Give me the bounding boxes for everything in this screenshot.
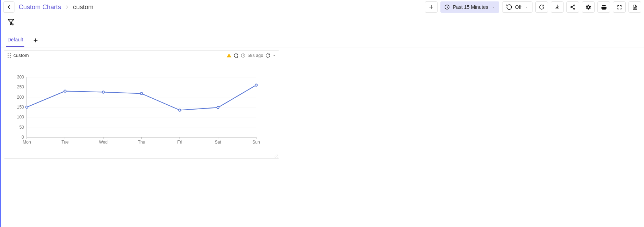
drag-handle-icon[interactable]: [7, 53, 11, 58]
add-filter-button[interactable]: [6, 17, 16, 27]
svg-text:Sun: Sun: [252, 140, 260, 145]
chevron-right-icon: [65, 5, 70, 10]
svg-line-7: [572, 6, 573, 7]
breadcrumb-current: custom: [73, 4, 94, 11]
breadcrumb-root[interactable]: Custom Charts: [19, 4, 61, 11]
plus-icon: [428, 4, 434, 10]
refresh-icon: [539, 4, 544, 10]
svg-rect-23: [229, 56, 229, 57]
svg-text:Fri: Fri: [177, 140, 182, 145]
svg-text:100: 100: [17, 115, 24, 120]
refresh-small-icon[interactable]: [265, 53, 270, 58]
add-tab-button[interactable]: [32, 37, 39, 44]
fullscreen-icon: [617, 5, 622, 10]
clock-small-icon: [241, 53, 246, 58]
caret-down-icon[interactable]: [272, 54, 276, 57]
svg-point-17: [10, 53, 11, 54]
top-toolbar: Custom Charts custom Past 15 Minutes Off: [1, 0, 644, 15]
svg-point-21: [10, 57, 11, 58]
breadcrumb: Custom Charts custom: [19, 4, 94, 11]
add-button[interactable]: [425, 1, 438, 13]
svg-text:Wed: Wed: [99, 140, 107, 145]
svg-point-62: [217, 106, 219, 109]
svg-point-19: [10, 55, 11, 56]
svg-point-18: [8, 55, 9, 56]
svg-text:50: 50: [19, 125, 24, 130]
svg-text:150: 150: [17, 105, 24, 110]
time-range-label: Past 15 Minutes: [453, 4, 488, 10]
caret-down-icon: [524, 5, 529, 9]
fullscreen-button[interactable]: [613, 1, 626, 13]
plus-icon: [33, 37, 38, 43]
refresh-auto-icon: [506, 4, 512, 10]
share-icon: [570, 4, 576, 10]
svg-point-60: [140, 92, 143, 94]
time-range-picker[interactable]: Past 15 Minutes: [440, 1, 499, 13]
svg-point-57: [26, 106, 28, 108]
svg-rect-22: [229, 54, 229, 56]
refresh-alert-icon[interactable]: [234, 53, 239, 58]
download-button[interactable]: [551, 1, 564, 13]
svg-point-25: [237, 57, 238, 58]
gear-icon: [585, 4, 591, 10]
back-button[interactable]: [3, 1, 14, 13]
svg-point-61: [179, 109, 181, 111]
caret-down-icon: [491, 5, 495, 9]
tab-default[interactable]: Default: [6, 34, 24, 47]
refresh-button[interactable]: [535, 1, 548, 13]
svg-text:0: 0: [22, 135, 24, 140]
document-icon: [632, 5, 638, 10]
settings-button[interactable]: [582, 1, 595, 13]
filter-plus-icon: [7, 18, 15, 26]
chart-panel: custom 59s ago 050100150200250300MonTueW…: [4, 50, 279, 159]
svg-line-8: [572, 7, 573, 8]
print-icon: [601, 4, 607, 10]
line-chart: 050100150200250300MonTueWedThuFriSatSun: [9, 63, 263, 155]
resize-handle-icon[interactable]: [274, 153, 278, 158]
svg-point-20: [8, 57, 9, 58]
print-button[interactable]: [597, 1, 610, 13]
chevron-left-icon: [6, 4, 12, 10]
svg-text:Thu: Thu: [138, 140, 145, 145]
svg-text:Mon: Mon: [23, 140, 31, 145]
document-button[interactable]: [628, 1, 641, 13]
warning-icon: [227, 53, 231, 58]
svg-point-16: [8, 53, 9, 54]
panel-title: custom: [13, 53, 29, 58]
svg-point-59: [102, 91, 104, 93]
svg-point-63: [255, 84, 257, 86]
tab-bar: Default: [1, 34, 644, 47]
svg-text:300: 300: [17, 75, 24, 80]
auto-refresh-toggle[interactable]: Off: [502, 1, 532, 13]
svg-point-58: [64, 90, 66, 92]
share-button[interactable]: [566, 1, 579, 13]
download-icon: [554, 4, 560, 10]
chart-area: 050100150200250300MonTueWedThuFriSatSun: [4, 60, 279, 158]
panel-header: custom 59s ago: [4, 51, 279, 60]
svg-text:200: 200: [17, 95, 24, 100]
clock-icon: [444, 4, 450, 10]
svg-text:Sat: Sat: [215, 140, 222, 145]
auto-refresh-label: Off: [515, 4, 522, 10]
svg-text:Tue: Tue: [61, 140, 69, 145]
filter-row: [1, 15, 644, 28]
panel-time-ago: 59s ago: [248, 53, 263, 58]
svg-text:250: 250: [17, 85, 24, 89]
